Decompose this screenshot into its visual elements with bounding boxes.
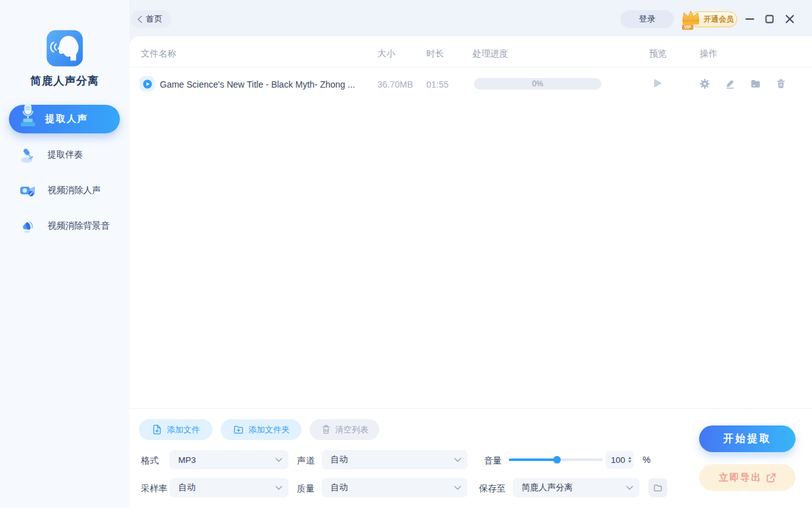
preview-play-icon[interactable]: [652, 77, 663, 89]
save-to-label: 保存至: [479, 483, 506, 495]
volume-slider-fill: [509, 458, 557, 461]
column-header-actions: 操作: [700, 48, 717, 60]
sidebar-item-label: 视频消除背景音: [48, 220, 110, 232]
sidebar-item-label: 提取伴奏: [48, 149, 83, 161]
chevron-down-icon: [275, 486, 282, 490]
column-header-name: 文件名称: [141, 48, 176, 60]
minimize-button[interactable]: [743, 12, 757, 26]
app-window: 简鹿人声分离 提取人声: [0, 0, 812, 508]
column-header-duration: 时长: [426, 48, 444, 60]
save-to-value: 简鹿人声分离: [521, 482, 573, 493]
back-label: 首页: [146, 13, 162, 25]
progress-bar: 0%: [474, 78, 601, 90]
file-name: Game Science's New Title - Black Myth- Z…: [160, 79, 355, 90]
close-button[interactable]: [783, 12, 797, 26]
settings-gear-icon[interactable]: [699, 78, 710, 90]
add-folder-icon: [233, 424, 244, 435]
volume-label: 音量: [484, 455, 502, 467]
chevron-down-icon: [626, 486, 633, 490]
file-duration: 01:55: [426, 79, 449, 90]
microphone-icon: [17, 107, 39, 131]
export-label: 立即导出: [719, 472, 762, 484]
format-select[interactable]: MP3: [169, 450, 289, 469]
video-camera-icon: [17, 178, 39, 203]
file-size: 36.70MB: [377, 79, 413, 90]
volume-input[interactable]: 100: [606, 451, 634, 469]
quality-label: 质量: [297, 483, 315, 495]
folder-outline-icon: [652, 483, 664, 493]
sample-rate-value: 自动: [178, 482, 195, 493]
sidebar-item-video-remove-background[interactable]: 视频消除背景音: [9, 212, 120, 240]
column-header-progress: 处理进度: [473, 48, 508, 60]
sidebar-item-extract-vocals[interactable]: 提取人声: [9, 105, 120, 133]
format-value: MP3: [178, 455, 196, 465]
microphone-music-icon: [17, 143, 39, 167]
quality-value: 自动: [331, 482, 348, 493]
external-link-icon: [766, 473, 776, 483]
vip-crown-icon: VIP: [679, 8, 703, 30]
open-folder-icon[interactable]: [750, 78, 761, 90]
add-file-label: 添加文件: [167, 424, 200, 436]
clear-list-button[interactable]: 清空列表: [310, 419, 379, 440]
volume-value: 100: [611, 455, 625, 465]
row-play-button[interactable]: [140, 76, 155, 91]
chevron-left-icon: [137, 15, 142, 23]
volume-unit: %: [643, 455, 650, 465]
sidebar-item-video-remove-vocals[interactable]: 视频消除人声: [9, 177, 120, 204]
header-divider: [129, 67, 812, 67]
clear-list-label: 清空列表: [336, 424, 369, 436]
channel-label: 声道: [297, 455, 315, 467]
sample-rate-select[interactable]: 自动: [169, 478, 289, 497]
sidebar-item-label: 视频消除人声: [48, 185, 101, 196]
add-file-icon: [152, 424, 162, 435]
maximize-button[interactable]: [763, 12, 776, 26]
megaphone-icon: [17, 214, 39, 238]
vip-membership-button[interactable]: VIP 开通会员: [679, 8, 737, 30]
sidebar-item-extract-accompaniment[interactable]: 提取伴奏: [9, 141, 120, 169]
channel-select[interactable]: 自动: [322, 450, 468, 469]
quality-select[interactable]: 自动: [322, 478, 468, 497]
sample-rate-label: 采样率: [141, 483, 167, 495]
maximize-icon: [765, 15, 774, 23]
chevron-down-icon: [275, 458, 282, 462]
app-title: 简鹿人声分离: [0, 74, 129, 88]
start-extract-label: 开始提取: [723, 432, 771, 446]
app-logo: [46, 29, 84, 67]
volume-slider[interactable]: [509, 458, 603, 461]
close-icon: [785, 15, 794, 23]
edit-pencil-icon[interactable]: [724, 78, 736, 90]
list-panel-divider: [129, 408, 812, 409]
add-file-button[interactable]: 添加文件: [139, 419, 213, 440]
minimize-icon: [745, 15, 754, 23]
add-folder-button[interactable]: 添加文件夹: [221, 419, 301, 440]
play-circle-icon: [142, 79, 153, 90]
chevron-down-icon: [454, 458, 461, 462]
column-header-size: 大小: [377, 48, 395, 60]
sidebar: 简鹿人声分离 提取人声: [0, 0, 129, 508]
progress-label: 0%: [474, 78, 601, 90]
app-logo-icon: [46, 29, 84, 67]
stepper-arrows-icon[interactable]: [628, 455, 631, 464]
volume-slider-handle[interactable]: [553, 456, 561, 464]
save-to-select[interactable]: 简鹿人声分离: [513, 478, 639, 497]
login-label: 登录: [639, 13, 655, 25]
browse-folder-button[interactable]: [648, 478, 667, 497]
clear-trash-icon: [321, 424, 331, 435]
start-extract-button[interactable]: 开始提取: [699, 425, 796, 452]
add-folder-label: 添加文件夹: [249, 424, 290, 436]
format-label: 格式: [141, 455, 159, 467]
login-button[interactable]: 登录: [620, 10, 674, 28]
channel-value: 自动: [331, 454, 348, 465]
column-header-preview: 预览: [649, 48, 667, 60]
back-button[interactable]: 首页: [131, 10, 171, 28]
sidebar-item-label: 提取人声: [45, 113, 88, 125]
export-button[interactable]: 立即导出: [699, 464, 796, 491]
chevron-down-icon: [454, 486, 461, 490]
vip-badge-text: VIP: [684, 25, 691, 29]
delete-trash-icon[interactable]: [775, 78, 787, 90]
